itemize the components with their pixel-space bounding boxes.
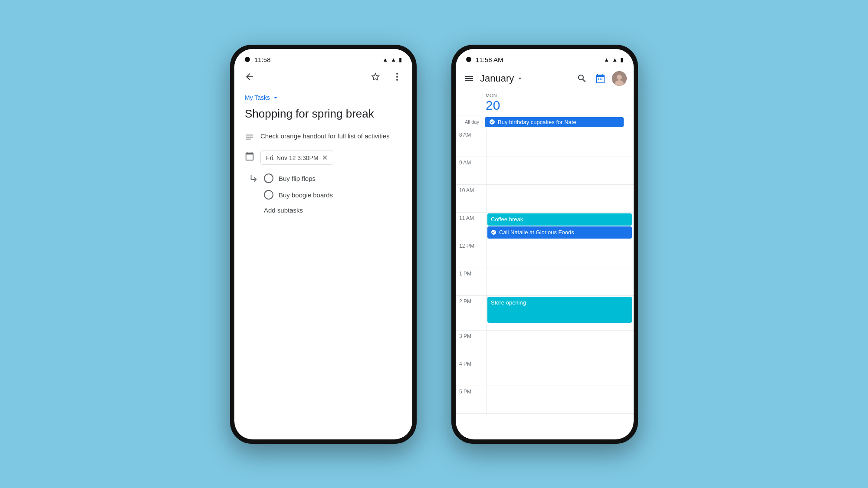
time-row-12pm: 12 PM xyxy=(456,240,634,268)
time-9am: 9 AM xyxy=(456,157,486,184)
cal-status-left: 11:58 AM xyxy=(466,56,503,63)
time-row-3pm: 3 PM xyxy=(456,331,634,358)
phone-tasks-screen: 11:58 ▲ ▲ ▮ xyxy=(234,49,412,439)
call-natalie-event[interactable]: Call Natalie at Glorious Foods xyxy=(487,226,632,239)
subtask1-text: Buy flip flops xyxy=(279,175,316,182)
coffee-break-event[interactable]: Coffee break xyxy=(487,213,632,226)
phone-tasks: 11:58 ▲ ▲ ▮ xyxy=(230,45,417,444)
cal-wifi-icon: ▲ xyxy=(604,56,609,63)
time-row-1pm: 1 PM xyxy=(456,268,634,296)
time-area-5pm xyxy=(486,386,634,413)
time-area-3pm xyxy=(486,331,634,358)
day-col-spacer xyxy=(456,90,483,115)
today-button[interactable] xyxy=(594,72,607,85)
signal-icon: ▲ xyxy=(391,56,396,63)
all-day-event-text: Buy birthday cupcakes for Nate xyxy=(498,119,576,125)
time-area-12pm xyxy=(486,240,634,268)
time-row-10am: 10 AM xyxy=(456,185,634,213)
time-3pm: 3 PM xyxy=(456,331,486,358)
time-row-9am: 9 AM xyxy=(456,157,634,185)
time-area-8am xyxy=(486,129,634,157)
time-10am: 10 AM xyxy=(456,185,486,212)
cal-battery-icon: ▮ xyxy=(620,56,623,63)
status-bar-tasks: 11:58 ▲ ▲ ▮ xyxy=(234,49,412,67)
all-day-row: All day Buy birthday cupcakes for Nate xyxy=(456,115,634,129)
task-description-row: Check orange handout for full list of ac… xyxy=(245,131,402,142)
svg-point-0 xyxy=(396,73,398,75)
cal-status-time: 11:58 AM xyxy=(476,56,503,63)
status-icons: ▲ ▲ ▮ xyxy=(382,56,402,63)
coffee-break-label: Coffee break xyxy=(491,216,523,223)
search-button[interactable] xyxy=(575,72,589,85)
time-8am: 8 AM xyxy=(456,129,486,157)
cal-camera-dot xyxy=(466,57,471,62)
store-opening-label: Store opening xyxy=(491,299,526,306)
phone-calendar: 11:58 AM ▲ ▲ ▮ January xyxy=(451,45,638,444)
time-row-5pm: 5 PM xyxy=(456,386,634,414)
time-row-11am: 11 AM Coffee break Call Natalie at Glori… xyxy=(456,213,634,240)
tasks-toolbar-icons xyxy=(369,70,404,83)
time-area-2pm: Store opening xyxy=(486,296,634,330)
time-11am: 11 AM xyxy=(456,213,486,240)
task-description: Check orange handout for full list of ac… xyxy=(260,131,390,141)
task-title: Shopping for spring break xyxy=(245,107,402,121)
tasks-content: My Tasks Shopping for spring break Check… xyxy=(234,87,412,439)
time-1pm: 1 PM xyxy=(456,268,486,295)
day-num: 20 xyxy=(486,98,634,112)
svg-point-1 xyxy=(396,76,398,78)
date-chip[interactable]: Fri, Nov 12 3:30PM ✕ xyxy=(260,151,333,165)
add-subtasks-button[interactable]: Add subtasks xyxy=(245,206,402,214)
wifi-icon: ▲ xyxy=(382,56,388,63)
time-row-8am: 8 AM xyxy=(456,129,634,157)
time-2pm: 2 PM xyxy=(456,296,486,330)
time-row-4pm: 4 PM xyxy=(456,358,634,386)
task-date-row: Fri, Nov 12 3:30PM ✕ xyxy=(245,151,402,165)
all-day-events: Buy birthday cupcakes for Nate xyxy=(483,117,634,127)
date-chip-text: Fri, Nov 12 3:30PM xyxy=(266,154,319,161)
cal-day-header: Mon 20 xyxy=(456,90,634,115)
subtask-row-2: Buy boogie boards xyxy=(245,190,402,200)
month-label: January xyxy=(480,73,514,84)
battery-icon: ▮ xyxy=(399,56,402,63)
time-12pm: 12 PM xyxy=(456,240,486,268)
back-button[interactable] xyxy=(243,70,256,83)
time-area-9am xyxy=(486,157,634,184)
subtask-indent-icon xyxy=(249,174,259,183)
more-button[interactable] xyxy=(391,70,404,83)
cal-toolbar: January xyxy=(456,67,634,90)
time-4pm: 4 PM xyxy=(456,358,486,386)
star-button[interactable] xyxy=(369,70,382,83)
cal-status-icons: ▲ ▲ ▮ xyxy=(604,56,623,63)
status-time: 11:58 xyxy=(254,56,271,63)
subtask2-text: Buy boogie boards xyxy=(279,191,333,199)
svg-point-2 xyxy=(396,79,398,81)
time-area-1pm xyxy=(486,268,634,295)
cal-time-grid: 8 AM 9 AM 10 AM 11 AM Coffee break xyxy=(456,129,634,439)
day-name: Mon xyxy=(486,93,634,98)
phone-calendar-screen: 11:58 AM ▲ ▲ ▮ January xyxy=(456,49,634,439)
all-day-label: All day xyxy=(456,119,483,124)
time-area-4pm xyxy=(486,358,634,386)
store-opening-event[interactable]: Store opening xyxy=(487,297,632,323)
subtask-row-1: Buy flip flops xyxy=(245,174,402,183)
time-row-2pm: 2 PM Store opening xyxy=(456,296,634,331)
time-5pm: 5 PM xyxy=(456,386,486,413)
cal-toolbar-icons xyxy=(575,71,627,86)
my-tasks-selector[interactable]: My Tasks xyxy=(245,94,402,102)
subtask2-checkbox[interactable] xyxy=(264,190,273,200)
call-natalie-label: Call Natalie at Glorious Foods xyxy=(499,229,574,236)
day-label-col: Mon 20 xyxy=(483,90,634,115)
time-area-10am xyxy=(486,185,634,212)
menu-button[interactable] xyxy=(463,72,476,85)
description-icon xyxy=(245,132,254,142)
camera-dot xyxy=(245,57,250,62)
svg-point-4 xyxy=(617,75,622,80)
subtask1-checkbox[interactable] xyxy=(264,174,273,183)
user-avatar[interactable] xyxy=(612,71,627,86)
status-left: 11:58 xyxy=(245,56,271,63)
tasks-toolbar xyxy=(234,67,412,87)
my-tasks-label: My Tasks xyxy=(245,94,270,101)
date-chip-close[interactable]: ✕ xyxy=(322,154,328,162)
status-bar-calendar: 11:58 AM ▲ ▲ ▮ xyxy=(456,49,634,67)
birthday-event[interactable]: Buy birthday cupcakes for Nate xyxy=(485,117,624,127)
